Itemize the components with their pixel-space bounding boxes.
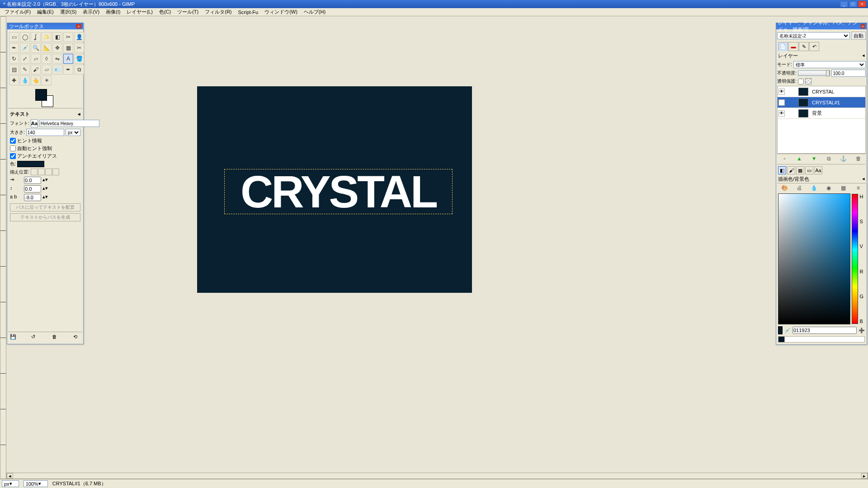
- text-color-swatch[interactable]: [17, 161, 44, 167]
- tool-dodge[interactable]: ☀: [42, 75, 52, 85]
- menu-Script-Fu[interactable]: Script-Fu: [236, 9, 261, 15]
- opacity-input[interactable]: [831, 70, 866, 77]
- add-color-icon[interactable]: ➕: [859, 328, 865, 333]
- tool-move[interactable]: ✥: [52, 43, 62, 53]
- anchor-layer-icon[interactable]: ⚓: [840, 155, 847, 162]
- toolbox-close-icon[interactable]: ×: [76, 24, 81, 28]
- color-history[interactable]: [778, 336, 865, 343]
- tool-ellipse-select[interactable]: ◯: [20, 32, 30, 42]
- menu-ウィンドウ[interactable]: ウィンドウ(W): [262, 8, 300, 16]
- opacity-slider[interactable]: [798, 70, 830, 76]
- lower-layer-icon[interactable]: ▼: [811, 155, 818, 162]
- tool-zoom[interactable]: 🔍: [31, 43, 41, 53]
- layer-row[interactable]: 👁CRYSTAL: [778, 86, 865, 97]
- duplicate-layer-icon[interactable]: ⧉: [825, 155, 832, 162]
- layer-visibility-icon[interactable]: 👁: [778, 110, 785, 117]
- ruler-vertical[interactable]: [0, 16, 6, 479]
- tool-fg-select[interactable]: 👤: [74, 32, 84, 42]
- justify-right-button[interactable]: [38, 169, 45, 175]
- auto-button[interactable]: 自動: [851, 32, 866, 40]
- minimize-button[interactable]: _: [840, 1, 848, 7]
- reset-options-icon[interactable]: ⟲: [73, 334, 80, 341]
- layers-menu-icon[interactable]: ◂: [862, 52, 865, 59]
- tool-clone[interactable]: ⧉: [74, 65, 84, 75]
- tool-scale[interactable]: ⤢: [20, 54, 30, 64]
- tool-airbrush[interactable]: 💨: [52, 65, 62, 75]
- ctab-brush[interactable]: 🖌: [787, 166, 795, 174]
- text-to-path-button[interactable]: テキストからパスを生成: [10, 213, 80, 221]
- scales-picker-icon[interactable]: ≡: [855, 184, 862, 192]
- tool-blur[interactable]: 💧: [20, 75, 30, 85]
- tool-eraser[interactable]: ▱: [42, 65, 52, 75]
- tool-flip[interactable]: ⇋: [52, 54, 62, 64]
- document-selector[interactable]: 名称未設定-2: [777, 32, 850, 39]
- stepper-icon[interactable]: ▴▾: [42, 194, 47, 201]
- scroll-left-icon[interactable]: ◂: [7, 473, 13, 479]
- menu-色[interactable]: 色(C): [156, 8, 174, 16]
- ctab-fg[interactable]: ◧: [778, 166, 786, 174]
- delete-options-icon[interactable]: 🗑: [52, 334, 59, 341]
- toolbox-title[interactable]: ツールボックス ×: [7, 23, 83, 29]
- antialias-check[interactable]: [10, 153, 16, 159]
- color-menu-icon[interactable]: ◂: [862, 176, 865, 183]
- water-picker-icon[interactable]: 💧: [811, 184, 818, 192]
- text-along-path-button[interactable]: パスに沿ってテキストを配置: [10, 203, 80, 211]
- tool-free-select[interactable]: ʆ: [31, 32, 41, 42]
- tool-blend[interactable]: ▤: [9, 65, 19, 75]
- indent-input[interactable]: [24, 177, 41, 184]
- gimp-picker-icon[interactable]: 🎨: [781, 184, 788, 192]
- print-picker-icon[interactable]: 🖨: [796, 184, 803, 192]
- maximize-button[interactable]: □: [849, 1, 857, 7]
- menu-選択[interactable]: 選択(S): [57, 8, 80, 16]
- hinting-checkbox[interactable]: ヒント情報: [10, 137, 80, 144]
- tool-color-picker[interactable]: 💉: [20, 43, 30, 53]
- status-zoom-select[interactable]: 100% ▾: [24, 480, 48, 487]
- tool-shear[interactable]: ▱: [31, 54, 41, 64]
- tool-heal[interactable]: ✚: [9, 75, 19, 85]
- tool-crop[interactable]: ✂: [74, 43, 84, 53]
- restore-options-icon[interactable]: ↺: [31, 334, 38, 341]
- save-options-icon[interactable]: 💾: [10, 334, 17, 341]
- ctab-font[interactable]: Aa: [814, 166, 822, 174]
- tool-scissors[interactable]: ✂: [63, 32, 73, 42]
- tool-by-color-select[interactable]: ◧: [52, 32, 62, 42]
- tool-align[interactable]: ▦: [63, 43, 73, 53]
- new-layer-icon[interactable]: ▫: [781, 155, 788, 162]
- justify-fill-button[interactable]: [52, 169, 59, 175]
- scrollbar-horizontal[interactable]: ◂ ▸: [6, 473, 868, 479]
- tool-fuzzy-select[interactable]: ✨: [42, 32, 52, 42]
- delete-layer-icon[interactable]: 🗑: [855, 155, 862, 162]
- ctab-gradient[interactable]: ▭: [805, 166, 813, 174]
- menu-画像[interactable]: 画像(I): [103, 8, 123, 16]
- close-button[interactable]: ×: [858, 1, 866, 7]
- font-preview[interactable]: Aa: [31, 119, 38, 127]
- menu-表示[interactable]: 表示(V): [80, 8, 102, 16]
- tab-layers[interactable]: 📄: [778, 42, 788, 51]
- canvas[interactable]: CRYSTAL: [197, 86, 472, 293]
- stepper-icon[interactable]: ▴▾: [42, 177, 47, 184]
- justify-left-button[interactable]: [31, 169, 38, 175]
- menu-レイヤー[interactable]: レイヤー(L): [124, 8, 155, 16]
- ctab-pattern[interactable]: ▦: [796, 166, 804, 174]
- hinting-check[interactable]: [10, 138, 16, 144]
- layer-row[interactable]: 👁背景: [778, 108, 865, 119]
- menu-ツール[interactable]: ツール(T): [175, 8, 201, 16]
- foreground-color[interactable]: [35, 89, 47, 101]
- lockalpha-check[interactable]: [798, 79, 804, 84]
- layer-visibility-icon[interactable]: 👁: [778, 89, 785, 95]
- eyedropper-icon[interactable]: 💉: [784, 328, 791, 333]
- layer-visibility-icon[interactable]: 👁: [778, 99, 785, 106]
- menu-ヘルプ[interactable]: ヘルプ(H): [301, 8, 328, 16]
- linespace-input[interactable]: [24, 185, 41, 192]
- justify-center-button[interactable]: [45, 169, 52, 175]
- tool-bucket[interactable]: 🪣: [74, 54, 84, 64]
- palette-picker-icon[interactable]: ▦: [840, 184, 847, 192]
- autohint-checkbox[interactable]: 自動ヒント強制: [10, 145, 80, 152]
- font-input[interactable]: [39, 120, 99, 127]
- tab-channels[interactable]: ▬: [788, 42, 798, 51]
- letterspace-input[interactable]: [24, 194, 41, 201]
- fg-bg-colors[interactable]: [35, 89, 53, 107]
- hue-bar[interactable]: [852, 194, 858, 324]
- tool-measure[interactable]: 📐: [42, 43, 52, 53]
- current-color-swatch[interactable]: [778, 326, 783, 334]
